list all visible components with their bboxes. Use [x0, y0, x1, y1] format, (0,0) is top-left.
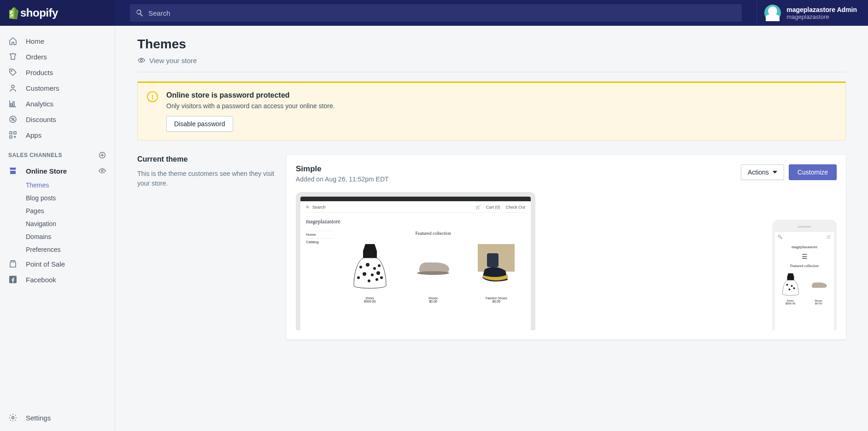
theme-preview: Search 🛒Cart (0)Check Out mageplazastore…	[296, 192, 837, 330]
svg-point-15	[306, 206, 308, 208]
search-box[interactable]	[130, 4, 742, 22]
svg-point-11	[101, 170, 103, 172]
svg-point-18	[373, 267, 376, 270]
discounts-icon	[8, 115, 18, 124]
svg-rect-9	[10, 136, 12, 138]
user-menu[interactable]: mageplazastore Admin mageplazastore	[757, 0, 868, 26]
preview-mobile: 🔍🛒 mageplazastore ☰ Featured collection …	[772, 220, 837, 330]
hamburger-icon: ☰	[778, 253, 831, 260]
facebook-icon	[8, 275, 18, 284]
chevron-down-icon	[773, 171, 777, 174]
svg-point-22	[376, 271, 380, 275]
password-banner: ! Online store is password protected Onl…	[137, 82, 846, 140]
nav-facebook[interactable]: Facebook	[0, 272, 115, 287]
theme-name: Simple	[296, 164, 389, 174]
logo-area[interactable]: shopify	[0, 0, 115, 26]
svg-point-17	[366, 263, 369, 267]
svg-rect-2	[11, 104, 12, 106]
svg-point-6	[13, 120, 14, 121]
nav-customers[interactable]: Customers	[0, 80, 115, 96]
orders-icon	[8, 52, 18, 61]
svg-point-21	[371, 274, 374, 276]
user-store: mageplazastore	[786, 13, 857, 20]
svg-point-20	[363, 272, 366, 276]
nav-orders[interactable]: Orders	[0, 49, 115, 64]
banner-title: Online store is password protected	[166, 91, 335, 99]
sales-channels-header: SALES CHANNELS	[0, 143, 115, 163]
nav-pos[interactable]: Point of Sale	[0, 256, 115, 272]
sidebar: Home Orders Products Customers Analytics…	[0, 26, 115, 431]
current-theme-heading: Current theme	[137, 155, 276, 163]
brand-text: shopify	[20, 6, 58, 19]
eye-icon	[137, 56, 146, 64]
svg-rect-3	[13, 102, 14, 106]
svg-point-26	[380, 276, 383, 279]
svg-point-25	[375, 278, 378, 281]
subnav-themes[interactable]: Themes	[26, 179, 115, 192]
search-icon	[135, 9, 144, 17]
subnav-preferences[interactable]: Preferences	[26, 243, 115, 256]
shopify-logo-icon	[7, 6, 18, 19]
nav-apps[interactable]: Apps	[0, 127, 115, 143]
apps-icon	[8, 130, 18, 140]
page-title: Themes	[137, 37, 846, 52]
subnav-navigation[interactable]: Navigation	[26, 217, 115, 230]
actions-button[interactable]: Actions	[741, 164, 784, 180]
svg-rect-8	[14, 132, 16, 134]
current-theme-description: This is the theme customers see when the…	[137, 169, 276, 188]
customize-button[interactable]: Customize	[789, 164, 837, 180]
view-store-icon[interactable]	[98, 167, 106, 175]
nav-products[interactable]: Products	[0, 64, 115, 80]
svg-point-33	[793, 287, 795, 289]
theme-card: Simple Added on Aug 26, 11:52pm EDT Acti…	[287, 155, 846, 339]
online-store-icon	[8, 166, 18, 175]
analytics-icon	[8, 99, 18, 108]
warning-icon: !	[147, 91, 158, 102]
svg-rect-29	[487, 253, 499, 267]
home-icon	[8, 36, 18, 46]
subnav-domains[interactable]: Domains	[26, 230, 115, 243]
nav-settings[interactable]: Settings	[0, 410, 115, 425]
topbar: shopify mageplazastore Admin mageplazast…	[0, 0, 868, 26]
subnav-blog[interactable]: Blog posts	[26, 192, 115, 204]
banner-body: Only visitors with a password can access…	[166, 102, 335, 110]
disable-password-button[interactable]: Disable password	[166, 116, 233, 132]
svg-point-30	[786, 284, 788, 285]
svg-point-24	[368, 280, 370, 282]
svg-point-19	[378, 264, 381, 267]
search-input[interactable]	[148, 9, 736, 17]
pos-icon	[8, 259, 18, 268]
svg-point-13	[12, 417, 14, 419]
svg-point-31	[791, 285, 792, 287]
svg-point-14	[141, 59, 143, 62]
svg-point-16	[359, 266, 362, 268]
preview-desktop: Search 🛒Cart (0)Check Out mageplazastore…	[296, 192, 535, 330]
svg-point-27	[417, 271, 449, 275]
search-area	[115, 4, 757, 22]
add-channel-icon[interactable]	[98, 151, 106, 159]
svg-point-1	[12, 85, 14, 88]
svg-point-23	[357, 276, 360, 279]
svg-rect-7	[10, 132, 12, 134]
nav-online-store[interactable]: Online Store	[0, 163, 115, 179]
products-icon	[8, 68, 18, 77]
theme-added: Added on Aug 26, 11:52pm EDT	[296, 175, 389, 183]
nav-home[interactable]: Home	[0, 33, 115, 49]
subnav-pages[interactable]: Pages	[26, 204, 115, 217]
nav-analytics[interactable]: Analytics	[0, 96, 115, 111]
svg-point-32	[788, 288, 790, 290]
svg-point-0	[11, 70, 12, 71]
avatar	[764, 5, 781, 21]
svg-point-5	[12, 118, 12, 119]
settings-icon	[8, 413, 18, 422]
user-name: mageplazastore Admin	[786, 6, 857, 13]
view-store-link[interactable]: View your store	[137, 56, 846, 64]
nav-discounts[interactable]: Discounts	[0, 111, 115, 127]
main-content: Themes View your store ! Online store is…	[115, 26, 868, 431]
customers-icon	[8, 83, 18, 93]
